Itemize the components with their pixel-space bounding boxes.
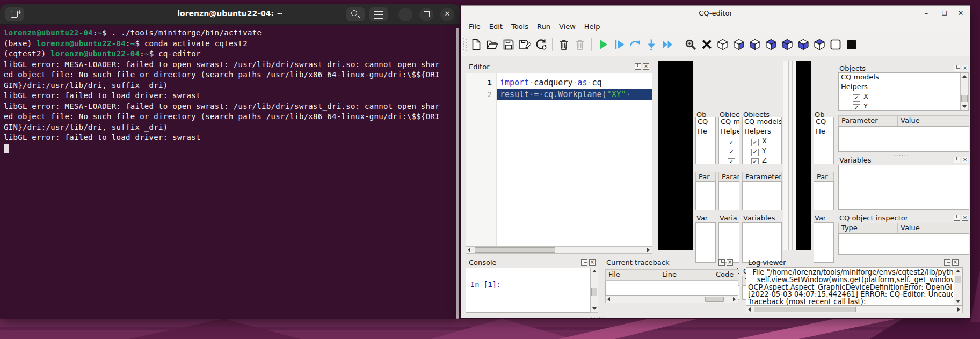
traceback-table-header-col[interactable]: Code: [713, 269, 738, 281]
cq-close-button[interactable]: ✕: [956, 9, 966, 18]
tree-check-item[interactable]: ✓: [719, 137, 739, 146]
editor-panel-float-icon[interactable]: [635, 63, 641, 70]
objects-tree-vscrollbar[interactable]: [960, 73, 969, 110]
view-fit-cube-icon[interactable]: [716, 38, 729, 51]
view-front-cube-icon[interactable]: [781, 38, 794, 51]
traceback-hscrollbar-left-arrow[interactable]: [606, 296, 613, 303]
variables-panel-float-icon[interactable]: [954, 157, 960, 163]
continue-icon[interactable]: [661, 38, 674, 51]
menu-help[interactable]: Help: [580, 21, 605, 31]
objects-tree-vscrollbar-up-arrow[interactable]: [961, 73, 968, 80]
log-vscrollbar-down-arrow[interactable]: [954, 298, 962, 305]
tree-check-item[interactable]: ✓Y: [839, 102, 969, 111]
tree-item[interactable]: CQ models: [839, 73, 969, 83]
open-folder-icon[interactable]: [486, 38, 499, 51]
clear-x-icon[interactable]: [700, 38, 713, 51]
viewer-black-strip[interactable]: [796, 61, 811, 250]
minimize-button[interactable]: –: [398, 8, 412, 21]
checkbox-checked[interactable]: ✓: [751, 158, 759, 164]
editor-code-line[interactable]: import·cadquery·as·cq: [497, 77, 652, 89]
log-viewer-box[interactable]: File "/home/lorenzn/tools/miniforge/envs…: [746, 267, 963, 306]
view-bottom-cube-icon[interactable]: [797, 38, 810, 51]
debug-icon[interactable]: [613, 38, 626, 51]
log-vscrollbar-up-arrow[interactable]: [954, 268, 962, 275]
log-hscrollbar-left-arrow[interactable]: [746, 306, 753, 313]
new-file-icon[interactable]: [470, 38, 483, 51]
autoreload-icon[interactable]: [534, 38, 547, 51]
screenshot-magnifier-icon[interactable]: [684, 38, 697, 51]
run-icon[interactable]: [597, 38, 609, 51]
terminal-output[interactable]: lorenzn@ubuntu22-04:~$ . ./tools/minifor…: [4, 28, 455, 153]
traceback-table-header-col[interactable]: File: [605, 269, 659, 281]
view-left-cube-icon[interactable]: [749, 38, 761, 51]
checkbox-checked[interactable]: ✓: [853, 94, 860, 102]
viewer-black-strip[interactable]: [658, 61, 693, 250]
menu-button[interactable]: [369, 7, 388, 21]
objects-panel-close-icon[interactable]: ×: [962, 65, 968, 71]
checkbox-checked[interactable]: ✓: [728, 139, 735, 146]
cq-object-inspector-panel-float-icon[interactable]: [954, 215, 960, 221]
editor-hscrollbar[interactable]: [466, 246, 652, 254]
search-button[interactable]: [346, 7, 365, 21]
black-swatch-icon[interactable]: [845, 38, 858, 51]
traceback-panel-close-icon[interactable]: ×: [727, 259, 733, 266]
console-vscrollbar-up-arrow[interactable]: [591, 268, 598, 275]
toolbar-grip[interactable]: [463, 38, 467, 51]
white-swatch-icon[interactable]: [829, 38, 842, 51]
save-as-icon[interactable]: [518, 38, 531, 51]
tree-item[interactable]: Helpe: [719, 127, 739, 137]
tree-check-item[interactable]: ✓: [719, 156, 739, 164]
step-into-icon[interactable]: [645, 38, 658, 51]
console-vscrollbar[interactable]: [590, 268, 598, 313]
inspector-table-header-col[interactable]: Value: [897, 223, 969, 233]
objects-tree-vscrollbar-thumb[interactable]: [961, 95, 968, 102]
terminal-scrollbar[interactable]: [456, 28, 459, 319]
editor-hscrollbar-left-arrow[interactable]: [466, 247, 473, 253]
log-hscrollbar-right-arrow[interactable]: [955, 306, 962, 313]
cq-object-inspector-panel-close-icon[interactable]: ×: [962, 215, 968, 221]
traceback-table-header-col[interactable]: Line: [659, 269, 713, 281]
log-hscrollbar[interactable]: [746, 306, 963, 313]
checkbox-checked[interactable]: ✓: [751, 149, 759, 156]
inspector-table-header-col[interactable]: Type: [838, 223, 897, 233]
tree-item[interactable]: CQ m: [719, 117, 739, 127]
log-viewer-panel-float-icon[interactable]: [944, 259, 950, 266]
menu-run[interactable]: Run: [533, 21, 555, 31]
glitch-param-header-col[interactable]: Par: [814, 172, 834, 181]
traceback-panel-float-icon[interactable]: [718, 259, 725, 266]
console-box[interactable]: In [1]:: [466, 268, 590, 313]
maximize-button[interactable]: [419, 8, 433, 21]
menu-tools[interactable]: Tools: [507, 21, 533, 31]
console-panel-float-icon[interactable]: [581, 259, 587, 266]
log-vscrollbar[interactable]: [954, 268, 962, 305]
traceback-hscrollbar[interactable]: [605, 296, 738, 303]
parameter-table-header-col[interactable]: Parameter: [838, 115, 897, 126]
checkbox-checked[interactable]: ✓: [751, 139, 759, 146]
tree-check-item[interactable]: ✓: [719, 146, 739, 156]
tree-item[interactable]: CQ: [696, 117, 715, 127]
objects-tree-vscrollbar-down-arrow[interactable]: [961, 103, 968, 110]
tree-item[interactable]: Helpers: [743, 127, 781, 137]
editor-hscrollbar-thumb[interactable]: [475, 247, 555, 253]
close-button[interactable]: ✕: [440, 8, 454, 21]
splitter-handle[interactable]: ······: [583, 315, 615, 318]
cq-titlebar[interactable]: CQ-editor – ❑ ✕: [461, 6, 970, 21]
delete-trash-icon[interactable]: [574, 38, 586, 51]
variables-panel-close-icon[interactable]: ×: [962, 157, 968, 163]
cq-minimize-button[interactable]: –: [921, 9, 931, 18]
tree-check-item[interactable]: ✓Z: [743, 156, 781, 164]
tree-item[interactable]: Helpers: [839, 83, 969, 92]
tree-check-item[interactable]: ✓Y: [743, 146, 781, 156]
editor-code-line[interactable]: result·=·cq.Workplane("XY"·: [497, 89, 652, 100]
view-top-cube-icon[interactable]: [813, 38, 826, 51]
tree-item[interactable]: He: [696, 127, 715, 137]
code-editor[interactable]: 1import·cadquery·as·cq2result·=·cq.Workp…: [466, 73, 652, 246]
parameter-table-header-col[interactable]: Value: [897, 115, 969, 126]
log-viewer-panel-close-icon[interactable]: ×: [952, 259, 959, 266]
editor-panel-close-icon[interactable]: ×: [643, 63, 649, 70]
console-vscrollbar-down-arrow[interactable]: [591, 305, 598, 312]
glitch-param-header-col[interactable]: Par: [695, 172, 716, 181]
console-panel-close-icon[interactable]: ×: [589, 259, 596, 266]
tree-item[interactable]: CQ models: [743, 117, 781, 127]
tree-check-item[interactable]: ✓X: [839, 92, 969, 102]
